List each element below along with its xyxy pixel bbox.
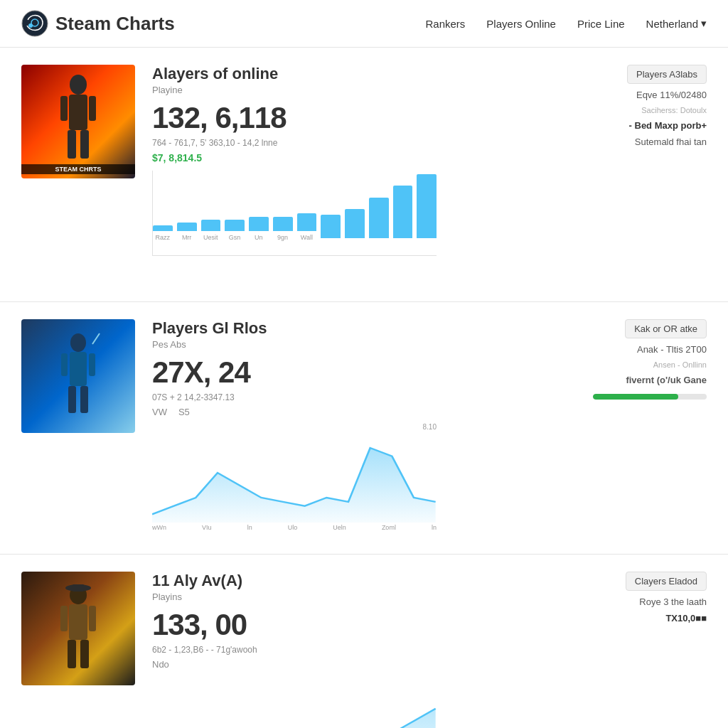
svg-rect-10 [70, 352, 87, 386]
bar-label-0: Razz [156, 234, 171, 241]
svg-rect-22 [80, 640, 89, 668]
side-stat-1b: Saciherss: Dotoulx [641, 106, 707, 114]
player-count-3: 133, 00 [152, 608, 562, 642]
game-img-label-1: STEAM CHRTS [21, 164, 135, 174]
bar-col-9 [369, 198, 389, 241]
player-count-1: 132, 6,118 [152, 101, 562, 135]
site-title: Steam Charts [55, 13, 175, 35]
bar-11 [417, 174, 437, 238]
bar-label-1: Mrr [182, 234, 192, 241]
character-icon-3 [53, 582, 103, 675]
bar-10 [393, 186, 413, 238]
svg-rect-19 [60, 606, 68, 631]
side-info-3: Clayers Eladod Roye 3 the laath TX10,0■■ [579, 572, 707, 623]
bar-label-6: Wall [301, 234, 313, 241]
game-subtitle-2: Pes Abs [152, 339, 562, 350]
svg-rect-21 [68, 640, 76, 668]
bar-col-1: Mrr [177, 223, 197, 241]
game-subtitle-3: Playins [152, 592, 562, 602]
svg-line-15 [92, 333, 100, 344]
bar-col-7 [321, 215, 341, 241]
side-stat-3b: TX10,0■■ [665, 613, 707, 623]
game-thumbnail-1: STEAM CHRTS [21, 65, 135, 178]
svg-rect-14 [80, 386, 88, 413]
bar-label-5: 9gn [277, 234, 288, 241]
svg-point-9 [70, 333, 86, 352]
player-peak-1: $7, 8,814.5 [152, 152, 562, 164]
player-count-2: 27X, 24 [152, 355, 562, 390]
area-chart-svg-3 [152, 675, 437, 728]
game-title-1: Alayers of online [152, 65, 562, 83]
progress-fill-2 [593, 394, 678, 400]
header: Steam Charts Rankers Players Online Pric… [0, 0, 728, 48]
side-info-2: Kak or OR atke Anak - Tltis 2T00 Ansen -… [579, 319, 707, 400]
side-info-1: Players A3labs Eqve 11%/02480 Saciherss:… [579, 65, 707, 147]
bar-1 [177, 223, 197, 231]
bar-col-4: Un [249, 217, 269, 241]
svg-rect-4 [69, 95, 87, 130]
svg-rect-7 [68, 130, 76, 159]
bar-col-11 [417, 174, 437, 241]
badge-1[interactable]: Players A3labs [627, 65, 707, 84]
side-stat-2c: fivernt (o'/uk Gane [626, 375, 707, 385]
bar-col-6: Wall [297, 213, 317, 241]
game-card-1: STEAM CHRTS Alayers of online Playine 13… [0, 48, 728, 302]
svg-marker-25 [152, 709, 436, 728]
nav-rankers[interactable]: Rankers [426, 18, 466, 30]
character-icon-2 [53, 330, 103, 422]
peak-label-2: VW [152, 407, 167, 417]
steam-logo-icon [21, 10, 48, 37]
game-info-2: Players Gl Rlos Pes Abs 27X, 24 07S + 2 … [152, 319, 562, 537]
player-range-1: 764 - 761,7, 5' 363,10 - 14,2 lnne [152, 138, 562, 148]
bar-col-8 [345, 209, 365, 241]
svg-point-0 [22, 11, 48, 36]
svg-rect-11 [61, 353, 68, 376]
game-thumbnail-2 [21, 319, 135, 433]
svg-rect-8 [80, 130, 89, 159]
bar-7 [321, 215, 341, 238]
bar-3 [225, 220, 245, 231]
svg-rect-20 [89, 606, 96, 631]
player-range-3: 6b2 - 1,23,B6 - - 71g'awooh [152, 645, 562, 655]
peak-3: Ndo [152, 659, 562, 670]
badge-3[interactable]: Clayers Eladod [626, 572, 707, 591]
bar-8 [345, 209, 365, 238]
bar-col-3: Gsn [225, 220, 245, 241]
side-stat-3a: Roye 3 the laath [639, 596, 707, 607]
bar-0 [153, 225, 173, 231]
game-title-2: Players Gl Rlos [152, 319, 562, 338]
svg-rect-6 [89, 96, 96, 121]
bar-6 [297, 213, 317, 231]
line-chart-svg-2 [152, 423, 437, 523]
side-stat-2a: Anak - Tltis 2T00 [637, 344, 707, 355]
progress-bar-2 [593, 394, 707, 400]
svg-rect-18 [69, 604, 87, 640]
bar-9 [369, 198, 389, 238]
game-card-2: Players Gl Rlos Pes Abs 27X, 24 07S + 2 … [0, 302, 728, 555]
badge-2[interactable]: Kak or OR atke [625, 319, 707, 338]
bar-col-2: Uesit [201, 220, 221, 241]
bar-label-4: Un [255, 234, 263, 241]
bar-5 [273, 217, 293, 231]
bar-2 [201, 220, 221, 231]
nav-price-line[interactable]: Price Line [577, 18, 625, 30]
svg-point-3 [70, 75, 87, 95]
side-stat-1a: Eqve 11%/02480 [636, 90, 707, 100]
game-subtitle-1: Playine [152, 85, 562, 95]
bar-col-10 [393, 186, 413, 241]
bar-col-5: 9gn [273, 217, 293, 241]
side-stat-1c: - Bed Maxp porb+ [629, 120, 707, 131]
game-title-3: 11 Aly Av(A) [152, 572, 562, 590]
bar-label-2: Uesit [203, 234, 218, 241]
bar-4 [249, 217, 269, 231]
svg-rect-24 [73, 584, 84, 592]
player-range-2: 07S + 2 14,2-3347.13 [152, 392, 562, 402]
game-info-3: 11 Aly Av(A) Playins 133, 00 6b2 - 1,23,… [152, 572, 562, 728]
nav-players-online[interactable]: Players Online [486, 18, 556, 30]
side-stat-1d: Sutemald fhai tan [635, 136, 707, 147]
area-chart-3: NCI Wark Wlu Vak lnll 2Olnx Snn Val 30D [152, 675, 437, 728]
svg-rect-12 [89, 353, 95, 376]
side-stat-2b: Ansen - Onllinn [653, 360, 707, 369]
peak-sub-2: S5 [178, 407, 190, 417]
nav-netherland-dropdown[interactable]: Netherland ▾ [646, 17, 707, 30]
